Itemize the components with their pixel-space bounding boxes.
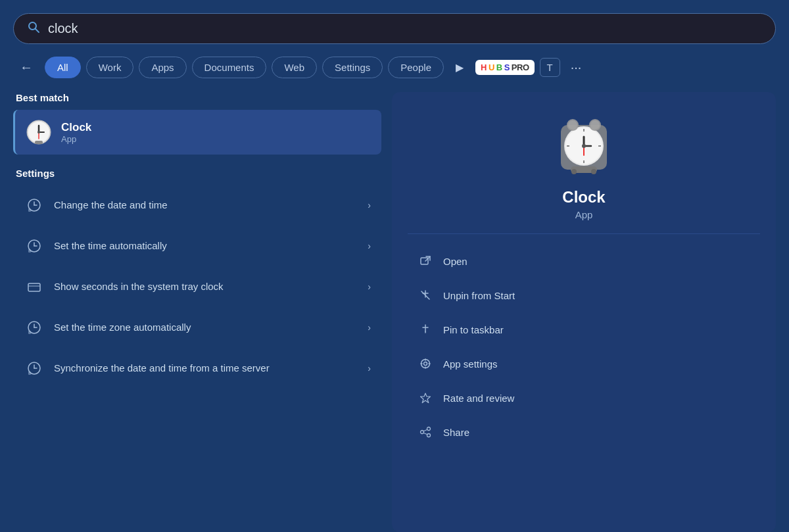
pin-taskbar-icon	[417, 321, 434, 338]
right-panel: Clock App Open	[392, 92, 776, 532]
open-label: Open	[443, 256, 467, 267]
chevron-icon: ›	[368, 363, 371, 374]
chevron-icon: ›	[368, 241, 371, 251]
main-container: ← All Work Apps Documents Web Settings P…	[0, 0, 789, 532]
action-rate-review[interactable]: Rate and review	[408, 381, 760, 414]
best-match-info: Clock App	[61, 121, 91, 144]
chevron-icon: ›	[368, 322, 371, 333]
settings-item-show-seconds[interactable]: Show seconds in the system tray clock ›	[13, 267, 381, 306]
tab-people[interactable]: People	[388, 57, 444, 78]
hubspro-badge[interactable]: H U B S PRO	[475, 60, 535, 75]
app-settings-icon	[417, 355, 434, 372]
settings-item-text-timezone-auto: Set the time zone automatically	[54, 321, 368, 334]
svg-point-41	[590, 120, 600, 130]
settings-item-sync-time[interactable]: Synchronize the date and time from a tim…	[13, 349, 381, 388]
svg-point-40	[568, 120, 577, 130]
action-pin-taskbar[interactable]: Pin to taskbar	[408, 313, 760, 346]
settings-item-text-sync-time: Synchronize the date and time from a tim…	[54, 362, 368, 375]
best-match-label: Best match	[13, 92, 381, 103]
chevron-icon: ›	[368, 200, 371, 210]
clock-app-large-icon	[554, 112, 613, 175]
tab-documents[interactable]: Documents	[192, 57, 267, 78]
tab-web[interactable]: Web	[272, 57, 317, 78]
action-app-settings[interactable]: App settings	[408, 347, 760, 380]
svg-rect-17	[28, 283, 40, 291]
settings-item-text-time-auto: Set the time automatically	[54, 239, 368, 253]
svg-line-1	[36, 29, 39, 33]
svg-point-60	[427, 427, 431, 431]
tab-settings[interactable]: Settings	[322, 57, 383, 78]
left-panel: Best match Clock	[13, 92, 381, 532]
main-content: Best match Clock	[13, 92, 776, 532]
rate-review-icon	[417, 389, 434, 406]
open-icon	[417, 253, 434, 270]
unpin-label: Unpin from Start	[443, 290, 515, 301]
svg-point-61	[427, 434, 431, 437]
app-settings-label: App settings	[443, 358, 498, 370]
svg-point-43	[571, 169, 577, 174]
share-label: Share	[443, 427, 469, 438]
date-time-icon	[24, 195, 45, 216]
chevron-icon: ›	[368, 281, 371, 292]
tab-apps[interactable]: Apps	[139, 57, 186, 78]
search-bar	[13, 13, 776, 44]
svg-rect-12	[28, 208, 31, 212]
clock-icon-wrap	[554, 112, 613, 178]
svg-line-63	[423, 429, 427, 431]
action-open[interactable]: Open	[408, 245, 760, 278]
sync-time-icon	[24, 358, 45, 379]
clock-app-name: Clock	[562, 188, 605, 206]
settings-item-date-time[interactable]: Change the date and time ›	[13, 185, 381, 225]
svg-point-54	[424, 362, 427, 366]
settings-item-timezone-auto[interactable]: Set the time zone automatically ›	[13, 308, 381, 347]
more-button[interactable]: ···	[565, 56, 587, 79]
show-seconds-icon	[24, 276, 45, 297]
play-button[interactable]: ▶	[449, 57, 470, 78]
svg-rect-16	[28, 249, 31, 253]
clock-app-icon	[26, 119, 52, 145]
svg-point-44	[591, 169, 596, 174]
search-icon	[27, 20, 40, 37]
best-match-type: App	[61, 134, 91, 144]
svg-rect-22	[28, 331, 31, 334]
action-list: Open Unpin from Start	[408, 245, 760, 448]
svg-point-62	[421, 431, 424, 434]
svg-rect-26	[28, 372, 31, 375]
tab-work[interactable]: Work	[86, 57, 134, 78]
action-unpin[interactable]: Unpin from Start	[408, 279, 760, 312]
svg-point-37	[582, 144, 586, 148]
search-input[interactable]	[48, 21, 762, 36]
pin-taskbar-label: Pin to taskbar	[443, 324, 504, 335]
settings-item-time-auto[interactable]: Set the time automatically ›	[13, 226, 381, 266]
settings-item-text-show-seconds: Show seconds in the system tray clock	[54, 280, 368, 293]
svg-rect-8	[35, 141, 43, 144]
tab-all[interactable]: All	[45, 57, 81, 78]
settings-list: Change the date and time › Set the time …	[13, 185, 381, 388]
timezone-auto-icon	[24, 317, 45, 338]
action-share[interactable]: Share	[408, 416, 760, 448]
filter-row: ← All Work Apps Documents Web Settings P…	[13, 56, 776, 79]
svg-rect-45	[421, 258, 428, 264]
best-match-item[interactable]: Clock App	[13, 110, 381, 155]
best-match-name: Clock	[61, 121, 91, 134]
share-icon	[417, 423, 434, 441]
back-button[interactable]: ←	[13, 56, 39, 79]
settings-item-text-date-time: Change the date and time	[54, 199, 368, 212]
unpin-icon	[417, 287, 434, 304]
svg-marker-59	[421, 393, 431, 403]
rate-review-label: Rate and review	[443, 393, 514, 404]
t-badge[interactable]: T	[540, 58, 560, 77]
svg-point-7	[37, 131, 40, 133]
svg-line-64	[423, 433, 427, 435]
divider	[408, 233, 760, 234]
time-auto-icon	[24, 235, 45, 256]
clock-app-type: App	[575, 209, 593, 220]
settings-section-label: Settings	[13, 168, 381, 179]
